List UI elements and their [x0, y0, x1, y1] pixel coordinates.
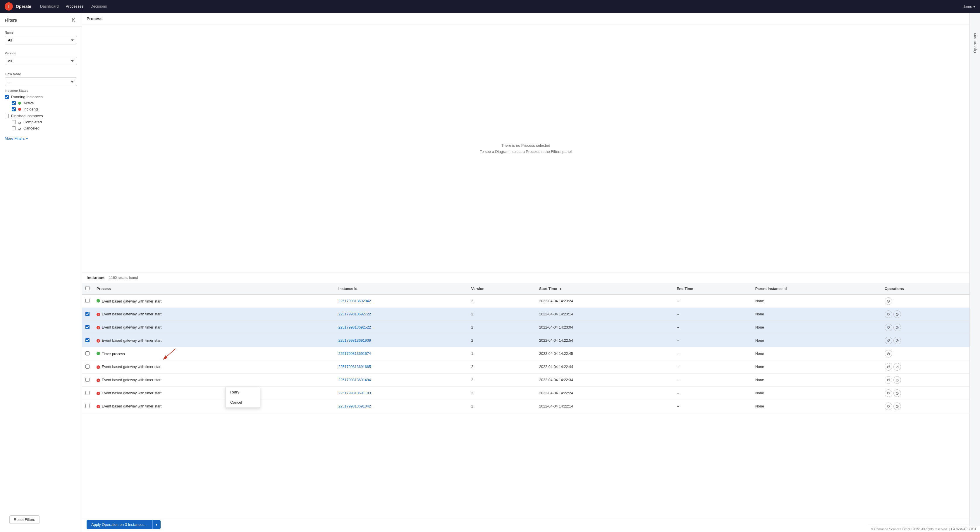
retry-operation-button[interactable]: ↺ — [885, 337, 892, 345]
version-cell: 2 — [468, 373, 536, 387]
row-select-checkbox[interactable] — [86, 365, 89, 368]
parent-instance-cell: None — [752, 360, 881, 373]
retry-operation-button[interactable]: ↺ — [885, 389, 892, 397]
process-name: Event based gateway with timer start — [102, 299, 161, 303]
instances-table-container: Process Instance Id Version Start Time ▼… — [82, 283, 969, 517]
start-time-cell: 2022-04-04 14:23:14 — [536, 308, 673, 321]
active-row[interactable]: Active — [12, 101, 77, 105]
context-menu-cancel[interactable]: Cancel — [226, 397, 260, 408]
flow-node-label: Flow Node — [5, 72, 77, 76]
user-menu[interactable]: demo ▾ — [963, 5, 975, 9]
canceled-checkbox[interactable] — [12, 126, 16, 130]
active-dot — [18, 102, 21, 105]
nav-decisions[interactable]: Decisions — [91, 3, 107, 10]
cancel-operation-button[interactable]: ⊘ — [893, 402, 901, 410]
row-select-checkbox[interactable] — [86, 351, 89, 356]
retry-operation-button[interactable]: ↺ — [885, 324, 892, 331]
start-time-col-header[interactable]: Start Time ▼ — [536, 283, 673, 294]
flow-node-select[interactable]: -- — [5, 78, 77, 86]
instance-id-cell: 2251799813691665 — [335, 360, 468, 373]
running-instances-row[interactable]: Running Instances — [5, 95, 77, 99]
running-instances-checkbox[interactable] — [5, 95, 9, 99]
retry-operation-button[interactable]: ↺ — [885, 310, 892, 318]
nav-processes[interactable]: Processes — [66, 3, 84, 10]
instance-id-cell: 2251799813691042 — [335, 400, 468, 413]
process-cell: !Event based gateway with timer start — [93, 373, 335, 387]
more-filters-button[interactable]: More Filters ▾ — [5, 136, 77, 141]
cancel-operation-button[interactable]: ⊘ — [893, 310, 901, 318]
select-all-header — [82, 283, 93, 294]
instance-id-link[interactable]: 2251799813691042 — [339, 404, 371, 408]
cancel-operation-button[interactable]: ⊘ — [893, 376, 901, 384]
cancel-operation-button[interactable]: ⊘ — [893, 363, 901, 371]
active-checkbox[interactable] — [12, 101, 16, 105]
finished-instances-label: Finished Instances — [11, 114, 43, 118]
process-panel-title: Process — [87, 16, 102, 21]
finished-instances-row[interactable]: Finished Instances — [5, 114, 77, 118]
canceled-label: Canceled — [24, 126, 40, 130]
instance-id-link[interactable]: 2251799813692942 — [339, 299, 371, 303]
more-filters-arrow-icon: ▾ — [26, 136, 28, 141]
instance-id-link[interactable]: 2251799813691183 — [339, 391, 371, 395]
retry-operation-button[interactable]: ↺ — [885, 402, 892, 410]
top-nav: ! Operate Dashboard Processes Decisions … — [0, 0, 980, 13]
instance-id-cell: 2251799813692722 — [335, 308, 468, 321]
incidents-row[interactable]: Incidents — [12, 107, 77, 111]
operations-sidebar-label[interactable]: Operations — [972, 30, 978, 55]
process-name: Event based gateway with timer start — [102, 326, 161, 329]
cancel-operation-button[interactable]: ⊘ — [885, 297, 892, 305]
name-select[interactable]: All — [5, 36, 77, 44]
instance-id-link[interactable]: 2251799813692722 — [339, 312, 371, 316]
incidents-label: Incidents — [24, 107, 39, 111]
completed-checkbox[interactable] — [12, 120, 16, 124]
finished-instances-checkbox[interactable] — [5, 114, 9, 118]
process-placeholder: There is no Process selected To see a Di… — [82, 25, 969, 272]
row-select-checkbox[interactable] — [86, 312, 89, 316]
nav-dashboard[interactable]: Dashboard — [40, 3, 59, 10]
process-name: Event based gateway with timer start — [102, 365, 161, 369]
instance-id-col-header: Instance Id — [335, 283, 468, 294]
instance-id-link[interactable]: 2251799813691909 — [339, 338, 371, 343]
table-row: !Event based gateway with timer start225… — [82, 334, 969, 347]
apply-operation-group: Apply Operation on 3 Instances... ▾ — [87, 520, 161, 529]
cancel-operation-button[interactable]: ⊘ — [885, 350, 892, 357]
canceled-row[interactable]: ⊘ Canceled — [12, 126, 77, 130]
row-select-checkbox[interactable] — [86, 404, 89, 408]
instance-id-link[interactable]: 2251799813691674 — [339, 352, 371, 356]
bottom-bar: Apply Operation on 3 Instances... ▾ — [82, 517, 969, 532]
row-select-checkbox[interactable] — [86, 338, 89, 342]
retry-operation-button[interactable]: ↺ — [885, 376, 892, 384]
row-select-checkbox[interactable] — [86, 325, 89, 329]
completed-icon: ⊘ — [18, 121, 21, 124]
cancel-operation-button[interactable]: ⊘ — [893, 389, 901, 397]
incidents-checkbox[interactable] — [12, 107, 16, 111]
end-time-cell: -- — [673, 347, 752, 360]
apply-operation-dropdown-button[interactable]: ▾ — [153, 520, 161, 529]
apply-operation-button[interactable]: Apply Operation on 3 Instances... — [87, 520, 153, 529]
flow-node-filter-section: Flow Node -- — [0, 68, 82, 89]
incident-icon: ! — [97, 405, 100, 408]
incident-icon: ! — [97, 365, 100, 369]
table-row: Event based gateway with timer start2251… — [82, 294, 969, 308]
instance-id-link[interactable]: 2251799813692522 — [339, 326, 371, 329]
retry-operation-button[interactable]: ↺ — [885, 363, 892, 371]
instance-id-cell: 2251799813691494 — [335, 373, 468, 387]
end-time-cell: -- — [673, 334, 752, 347]
row-select-checkbox[interactable] — [86, 391, 89, 395]
instance-id-link[interactable]: 2251799813691494 — [339, 378, 371, 382]
row-select-checkbox[interactable] — [86, 378, 89, 382]
completed-row[interactable]: ⊘ Completed — [12, 120, 77, 124]
context-menu-retry[interactable]: Retry — [226, 387, 260, 397]
end-time-cell: -- — [673, 400, 752, 413]
cancel-operation-button[interactable]: ⊘ — [893, 337, 901, 345]
operations-cell: ↺⊘ — [881, 321, 969, 334]
instance-id-link[interactable]: 2251799813691665 — [339, 365, 371, 369]
cancel-operation-button[interactable]: ⊘ — [893, 324, 901, 331]
sidebar-toggle-button[interactable]: K — [70, 17, 77, 23]
version-cell: 2 — [468, 360, 536, 373]
select-all-checkbox[interactable] — [86, 286, 89, 290]
version-select[interactable]: All — [5, 57, 77, 65]
reset-filters-button[interactable]: Reset Filters — [10, 515, 40, 524]
row-select-checkbox[interactable] — [86, 299, 89, 303]
instances-panel: Instances 1160 results found Process Ins… — [82, 272, 969, 532]
